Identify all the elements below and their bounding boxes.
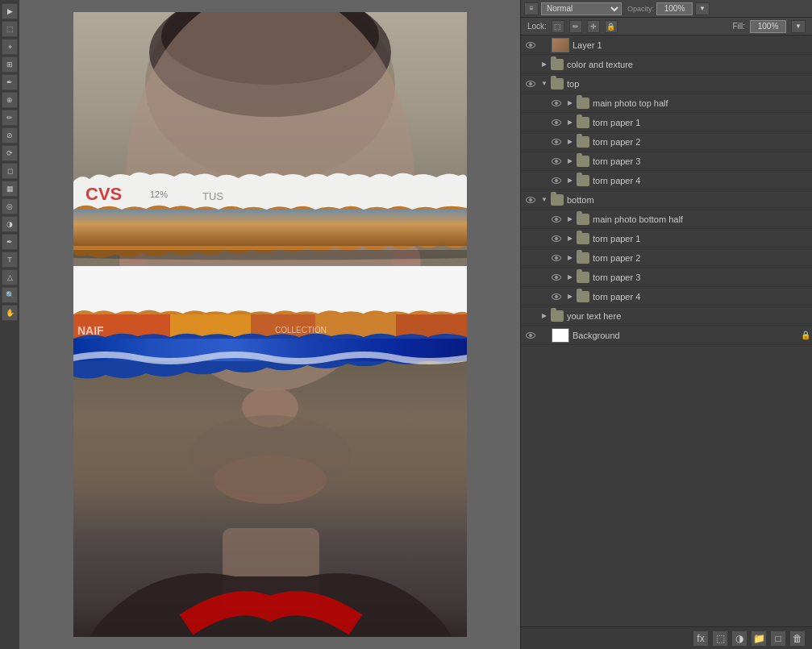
expand-btn[interactable]: ▶ (539, 59, 550, 70)
opacity-input[interactable] (656, 2, 693, 15)
expand-btn[interactable]: ▶ (564, 214, 576, 225)
visibility-toggle[interactable] (524, 193, 537, 206)
visibility-toggle[interactable] (550, 213, 563, 226)
svg-text:COLLECTION: COLLECTION (275, 326, 327, 335)
layer-row[interactable]: Background 🔒 (521, 326, 812, 345)
layer-name: torn paper 2 (593, 253, 809, 263)
visibility-toggle[interactable] (550, 155, 563, 168)
layer-row[interactable]: ▶ color and texture (521, 55, 812, 74)
fill-input[interactable] (750, 20, 786, 33)
layer-row[interactable]: ▶ main photo bottom half (521, 210, 812, 229)
fill-arrow[interactable]: ▼ (791, 20, 806, 33)
add-mask-btn[interactable]: ⬚ (712, 630, 728, 647)
layer-name: torn paper 2 (593, 137, 809, 147)
expand-btn[interactable]: ▼ (539, 194, 550, 206)
left-toolbar: ▶ ⬚ ⌖ ⊞ ✒ ⊕ ✏ ⊘ ⟳ ◻ ▦ ◎ ◑ ✒ T △ 🔍 ✋ (0, 0, 19, 649)
layer-row[interactable]: ▶ torn paper 3 (521, 268, 812, 287)
tool-clone[interactable]: ⊘ (2, 127, 18, 144)
panel-menu-btn[interactable]: ≡ (524, 2, 539, 15)
canvas-area: ▶ ⬚ ⌖ ⊞ ✒ ⊕ ✏ ⊘ ⟳ ◻ ▦ ◎ ◑ ✒ T △ 🔍 ✋ (0, 0, 520, 649)
visibility-toggle[interactable] (550, 116, 563, 129)
tool-move[interactable]: ▶ (2, 3, 18, 19)
tool-heal[interactable]: ⊕ (2, 92, 18, 108)
layer-style-btn[interactable]: fx (693, 630, 709, 647)
visibility-toggle[interactable] (550, 252, 563, 264)
layer-row[interactable]: ▶ torn paper 2 (521, 132, 812, 152)
layer-row[interactable]: ▶ torn paper 4 (521, 171, 812, 190)
tool-eyedrop[interactable]: ✒ (2, 74, 18, 90)
layer-row[interactable]: ▶ your text here (521, 306, 812, 326)
tool-dodge[interactable]: ◑ (2, 216, 18, 232)
layer-row[interactable]: ▶ torn paper 1 (521, 113, 812, 132)
visibility-toggle[interactable] (524, 77, 537, 90)
layer-row[interactable]: Layer 1 (521, 35, 812, 55)
tool-zoom[interactable]: 🔍 (2, 287, 18, 303)
tool-blur[interactable]: ◎ (2, 198, 18, 214)
blend-mode-select[interactable]: Normal (541, 2, 622, 15)
new-layer-btn[interactable]: □ (770, 630, 786, 647)
tool-gradient[interactable]: ▦ (2, 181, 18, 197)
expand-btn[interactable]: ▶ (539, 310, 550, 322)
layer-row[interactable]: ▶ main photo top half (521, 94, 812, 113)
tool-brush[interactable]: ✏ (2, 110, 18, 126)
expand-btn[interactable]: ▶ (564, 98, 576, 109)
expand-btn[interactable]: ▶ (564, 291, 576, 302)
expand-btn[interactable]: ▶ (564, 136, 576, 148)
expand-btn[interactable]: ▼ (539, 78, 550, 89)
visibility-toggle[interactable] (550, 174, 563, 187)
adjustment-btn[interactable]: ◑ (731, 630, 747, 647)
expand-btn[interactable]: ▶ (564, 252, 576, 264)
lock-image-btn[interactable]: ✏ (569, 20, 582, 33)
expand-btn[interactable]: ▶ (564, 156, 576, 167)
expand-btn[interactable]: ▶ (564, 175, 576, 186)
layer-name: color and texture (567, 60, 809, 69)
svg-text:CVS: CVS (85, 184, 122, 204)
tool-text[interactable]: T (2, 252, 18, 268)
layers-panel: ≡ Normal Opacity: ▼ Lock: ⬚ ✏ ✛ 🔒 Fill: … (520, 0, 812, 649)
visibility-toggle[interactable] (550, 232, 563, 245)
visibility-toggle[interactable] (550, 135, 563, 148)
lock-transparent-btn[interactable]: ⬚ (552, 20, 564, 33)
layer-row[interactable]: ▼ bottom (521, 190, 812, 210)
layers-list[interactable]: Layer 1 ▶ color and texture ▼ top (521, 35, 812, 626)
lock-icon: 🔒 (801, 331, 809, 340)
svg-text:12%: 12% (150, 189, 168, 199)
visibility-toggle[interactable] (524, 329, 537, 342)
tool-crop[interactable]: ⊞ (2, 56, 18, 73)
expand-btn[interactable]: ▶ (564, 272, 576, 283)
tool-lasso[interactable]: ⌖ (2, 39, 18, 55)
layer-row[interactable]: ▶ torn paper 1 (521, 229, 812, 248)
visibility-toggle[interactable] (550, 290, 563, 303)
visibility-toggle[interactable] (550, 97, 563, 110)
layer-row[interactable]: ▶ torn paper 4 (521, 287, 812, 306)
layer-row[interactable]: ▶ torn paper 2 (521, 248, 812, 268)
visibility-toggle[interactable] (550, 271, 563, 284)
layer-thumbnail (552, 328, 569, 343)
tool-shape[interactable]: △ (2, 269, 18, 285)
lock-all-btn[interactable]: 🔒 (605, 20, 618, 33)
eye-icon (552, 158, 561, 164)
eye-icon (526, 197, 535, 203)
eye-icon (552, 119, 561, 126)
visibility-toggle[interactable] (524, 58, 537, 71)
tool-hand[interactable]: ✋ (2, 305, 18, 321)
layer-row[interactable]: ▶ torn paper 3 (521, 152, 812, 171)
svg-point-9 (189, 415, 351, 496)
eye-icon (526, 81, 535, 87)
tool-pen[interactable]: ✒ (2, 234, 18, 250)
lock-position-btn[interactable]: ✛ (587, 20, 600, 33)
tool-history[interactable]: ⟳ (2, 145, 18, 161)
expand-btn[interactable]: ▶ (564, 117, 576, 128)
layer-row[interactable]: ▼ top (521, 74, 812, 94)
tool-eraser[interactable]: ◻ (2, 163, 18, 179)
delete-layer-btn[interactable]: 🗑 (789, 630, 806, 647)
tool-select[interactable]: ⬚ (2, 21, 18, 37)
expand-btn[interactable]: ▶ (564, 233, 576, 244)
visibility-toggle[interactable] (524, 39, 537, 52)
new-group-btn[interactable]: 📁 (751, 630, 767, 647)
visibility-toggle[interactable] (524, 310, 537, 322)
layer-name: torn paper 4 (593, 292, 809, 302)
opacity-arrow[interactable]: ▼ (695, 2, 710, 15)
lock-label: Lock: (527, 22, 547, 31)
eye-icon (526, 332, 535, 339)
